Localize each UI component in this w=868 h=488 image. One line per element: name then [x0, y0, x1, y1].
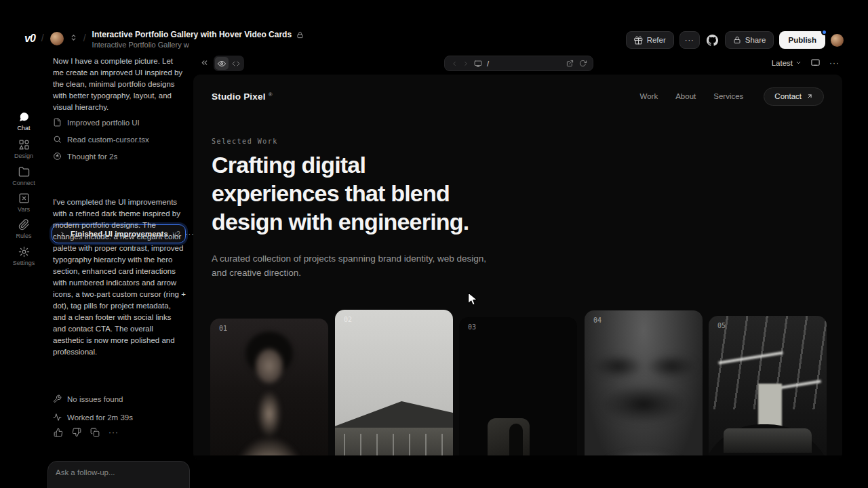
- project-card-04[interactable]: 04: [585, 310, 703, 460]
- section-eyebrow: Selected Work: [212, 138, 278, 145]
- code-view-toggle[interactable]: [229, 57, 243, 70]
- version-dropdown-label: Latest: [772, 59, 793, 67]
- project-card-05[interactable]: 05: [709, 316, 827, 460]
- copy-icon[interactable]: [90, 428, 100, 437]
- sidebar-item-vars[interactable]: Vars: [0, 192, 47, 213]
- step-thought[interactable]: Thought for 2s: [53, 152, 117, 161]
- search-icon: [53, 135, 62, 144]
- step-read-custom-cursor[interactable]: Read custom-cursor.tsx: [53, 135, 149, 144]
- assistant-summary: I've completed the UI improvements with …: [53, 197, 186, 358]
- site-frame: Studio Pixel® Work About Services Contac…: [193, 75, 842, 460]
- left-rail: Chat Design Connect Vars Rules Settings: [0, 54, 47, 488]
- nav-link-work[interactable]: Work: [640, 92, 658, 100]
- project-card-01[interactable]: 01: [210, 319, 328, 460]
- card-number: 03: [468, 323, 476, 331]
- step-label: Read custom-cursor.tsx: [67, 136, 149, 144]
- message-more-icon[interactable]: ···: [108, 428, 119, 437]
- sidebar-item-label: Vars: [18, 206, 30, 213]
- topbar-more-button[interactable]: ···: [679, 31, 700, 49]
- assistant-message: Now I have a complete picture. Let me cr…: [53, 56, 186, 113]
- page-subtitle: Interactive Portfolio Gallery w: [92, 41, 304, 49]
- contact-label: Contact: [774, 92, 802, 100]
- step-label: Improved portfolio UI: [67, 119, 140, 127]
- version-dropdown[interactable]: Latest: [772, 59, 802, 67]
- github-icon: [707, 35, 718, 46]
- worked-label: Worked for 2m 39s: [67, 413, 133, 422]
- site-brand-text: Studio Pixel: [212, 92, 266, 102]
- publish-button[interactable]: Publish: [779, 31, 825, 49]
- gear-icon: [18, 246, 30, 258]
- nav-link-services[interactable]: Services: [713, 92, 743, 100]
- page-title: Interactive Portfolio Gallery with Hover…: [92, 30, 292, 39]
- preview-toolbar: / Latest ···: [193, 56, 842, 72]
- site-nav: Work About Services: [640, 92, 744, 100]
- v0-logo: v0: [24, 30, 35, 45]
- sidebar-item-label: Rules: [16, 232, 31, 239]
- arrow-up-right-icon: [806, 93, 813, 100]
- private-lock-icon[interactable]: [296, 31, 304, 39]
- composer: Design: [47, 461, 190, 488]
- nav-link-about[interactable]: About: [675, 92, 696, 100]
- hero-subtext: A curated collection of projects spannin…: [212, 251, 486, 280]
- thought-icon: [53, 152, 62, 161]
- card-number: 05: [717, 322, 726, 329]
- preview-more-button[interactable]: ···: [829, 58, 840, 68]
- chat-panel: Now I have a complete picture. Let me cr…: [47, 54, 191, 488]
- device-monitor-icon[interactable]: [810, 58, 821, 68]
- connect-folder-icon: [18, 166, 30, 178]
- chat-bubble-icon: [18, 111, 30, 123]
- refresh-icon[interactable]: [579, 60, 587, 67]
- refer-label: Refer: [647, 36, 666, 44]
- sidebar-item-connect[interactable]: Connect: [0, 166, 47, 186]
- workspace-avatar[interactable]: [50, 32, 64, 45]
- refer-button[interactable]: Refer: [626, 31, 674, 49]
- frame-bottom-strip: [193, 455, 842, 460]
- project-card-03[interactable]: 03: [459, 317, 577, 460]
- breadcrumb: Interactive Portfolio Gallery with Hover…: [92, 30, 304, 49]
- sidebar-item-label: Design: [14, 152, 33, 159]
- chevron-down-icon: [795, 60, 802, 66]
- share-button[interactable]: Share: [725, 31, 774, 49]
- url-bar[interactable]: /: [444, 56, 593, 71]
- app-topbar: v0 / / Interactive Portfolio Gallery wit…: [0, 0, 868, 54]
- sidebar-item-rules[interactable]: Rules: [0, 219, 47, 239]
- site-logo[interactable]: Studio Pixel®: [212, 92, 273, 102]
- registered-mark: ®: [269, 92, 273, 98]
- card-number: 02: [344, 316, 352, 323]
- contact-button[interactable]: Contact: [764, 87, 824, 106]
- feedback-row: ···: [54, 428, 119, 437]
- sidebar-item-design[interactable]: Design: [0, 139, 47, 159]
- project-card-02[interactable]: 02: [335, 310, 453, 460]
- activity-pulse-icon: [53, 413, 62, 422]
- design-shapes-icon: [18, 139, 30, 150]
- sidebar-item-label: Connect: [12, 180, 35, 186]
- open-external-icon[interactable]: [566, 60, 574, 67]
- code-icon: [232, 60, 240, 68]
- sidebar-item-settings[interactable]: Settings: [0, 246, 47, 266]
- followup-input[interactable]: [56, 468, 178, 476]
- sidebar-item-chat[interactable]: Chat: [0, 111, 47, 131]
- step-improved-portfolio-ui[interactable]: Improved portfolio UI: [53, 118, 140, 127]
- thumbs-up-icon[interactable]: [54, 428, 63, 437]
- back-icon[interactable]: [451, 60, 458, 67]
- sidebar-item-label: Chat: [17, 125, 30, 131]
- ellipsis-icon: ···: [685, 36, 694, 44]
- github-button[interactable]: [705, 31, 719, 49]
- step-label: Thought for 2s: [67, 152, 117, 161]
- breadcrumb-separator: /: [83, 30, 86, 43]
- vars-box-icon: [18, 192, 30, 204]
- view-mode-toggle: [214, 56, 244, 71]
- gift-icon: [634, 36, 643, 45]
- paperclip-icon: [18, 219, 30, 230]
- thumbs-down-icon[interactable]: [72, 428, 81, 437]
- file-text-icon: [53, 118, 62, 127]
- share-label: Share: [745, 36, 766, 44]
- breadcrumb-separator: /: [41, 30, 44, 43]
- forward-icon[interactable]: [462, 60, 469, 67]
- wrench-icon: [53, 394, 62, 403]
- preview-eye-toggle[interactable]: [215, 57, 229, 70]
- workspace-switcher-icon[interactable]: [70, 34, 77, 41]
- user-avatar[interactable]: [831, 34, 844, 47]
- collapse-panel-icon[interactable]: [200, 58, 209, 67]
- lock-icon: [733, 36, 741, 44]
